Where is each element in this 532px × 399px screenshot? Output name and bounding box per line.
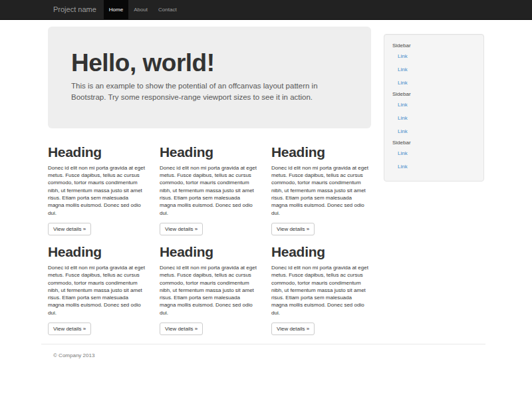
card: HeadingDonec id elit non mi porta gravid… [271, 136, 369, 235]
footer: © Company 2013 [40, 352, 492, 358]
nav-item-contact[interactable]: Contact [153, 0, 182, 19]
navbar-menu: HomeAboutContact [104, 0, 182, 19]
sidebar-group-header: Sidebar [384, 138, 483, 147]
sidebar-link[interactable]: Link [384, 98, 483, 112]
main-content: Hello, world! This is an example to show… [48, 27, 371, 335]
jumbotron-description: This is an example to show the potential… [71, 80, 348, 103]
card-heading: Heading [271, 244, 369, 259]
card: HeadingDonec id elit non mi porta gravid… [48, 235, 146, 335]
footer-divider [41, 344, 485, 344]
card-body-text: Donec id elit non mi porta gravida at eg… [48, 164, 146, 217]
card-heading: Heading [160, 244, 257, 259]
sidebar-link[interactable]: Link [384, 112, 483, 125]
card-body-text: Donec id elit non mi porta gravida at eg… [160, 264, 257, 317]
sidebar-link[interactable]: Link [384, 147, 483, 160]
card: HeadingDonec id elit non mi porta gravid… [271, 235, 369, 335]
page-container: Hello, world! This is an example to show… [40, 27, 492, 358]
nav-item-about[interactable]: About [128, 0, 153, 19]
card: HeadingDonec id elit non mi porta gravid… [160, 235, 257, 335]
sidebar-link[interactable]: Link [384, 125, 483, 138]
card-heading: Heading [48, 244, 146, 259]
jumbotron: Hello, world! This is an example to show… [48, 27, 371, 128]
view-details-button[interactable]: View details » [271, 323, 315, 335]
sidebar-link[interactable]: Link [384, 160, 483, 174]
cards-grid: HeadingDonec id elit non mi porta gravid… [48, 136, 371, 335]
card-heading: Heading [160, 144, 257, 160]
card-body-text: Donec id elit non mi porta gravida at eg… [271, 164, 369, 217]
nav-item-home[interactable]: Home [104, 0, 128, 19]
footer-copyright: © Company 2013 [53, 352, 492, 358]
navbar: Project name HomeAboutContact [0, 0, 532, 20]
sidebar: SidebarLinkLinkLinkSidebarLinkLinkLinkSi… [384, 34, 484, 182]
card-heading: Heading [271, 144, 369, 160]
view-details-button[interactable]: View details » [48, 323, 91, 335]
card-body-text: Donec id elit non mi porta gravida at eg… [160, 164, 257, 217]
jumbotron-title: Hello, world! [71, 51, 348, 76]
card-heading: Heading [48, 144, 146, 160]
view-details-button[interactable]: View details » [48, 223, 91, 235]
navbar-brand[interactable]: Project name [40, 0, 104, 19]
view-details-button[interactable]: View details » [271, 223, 315, 235]
sidebar-group-header: Sidebar [384, 41, 483, 50]
view-details-button[interactable]: View details » [160, 223, 203, 235]
card: HeadingDonec id elit non mi porta gravid… [48, 136, 146, 235]
sidebar-link[interactable]: Link [384, 76, 483, 90]
sidebar-link[interactable]: Link [384, 63, 483, 76]
view-details-button[interactable]: View details » [160, 323, 203, 335]
card: HeadingDonec id elit non mi porta gravid… [160, 136, 257, 235]
card-body-text: Donec id elit non mi porta gravida at eg… [48, 264, 146, 317]
sidebar-group-header: Sidebar [384, 90, 483, 98]
card-body-text: Donec id elit non mi porta gravida at eg… [271, 264, 369, 317]
sidebar-link[interactable]: Link [384, 50, 483, 63]
